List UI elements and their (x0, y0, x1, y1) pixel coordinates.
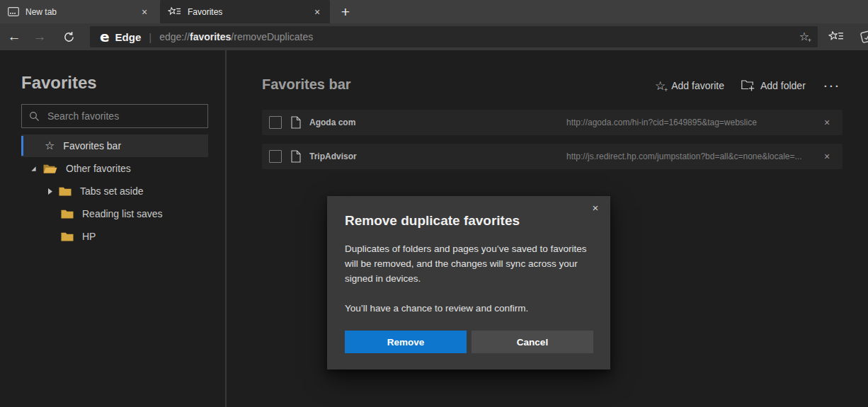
add-folder-label: Add folder (760, 80, 806, 91)
url-host: favorites (190, 31, 231, 42)
row-checkbox[interactable] (269, 116, 282, 129)
favorite-row-agoda[interactable]: Agoda com http://agoda.com/hi-in?cid=164… (262, 110, 843, 135)
new-tab-page-icon (8, 7, 19, 16)
expand-collapse-icon[interactable] (46, 188, 53, 195)
search-icon (29, 111, 40, 122)
tab-new-tab[interactable]: New tab × (0, 0, 157, 23)
sidebar-item-favorites-bar[interactable]: ☆ Favorites bar (21, 134, 208, 157)
add-favorite-button[interactable]: ☆+ Add favorite (655, 80, 724, 92)
delete-favorite-icon[interactable]: × (818, 110, 835, 135)
sidebar-item-tabs-set-aside[interactable]: Tabs set aside (21, 180, 208, 202)
sidebar-item-label: HP (82, 231, 96, 242)
forward-button[interactable]: → (29, 23, 50, 50)
dialog-title: Remove duplicate favorites (345, 213, 520, 229)
tab-favorites[interactable]: Favorites × (160, 0, 330, 23)
sidebar-item-label: Favorites bar (63, 140, 121, 151)
url-separator: | (149, 31, 152, 43)
favorites-hub-icon (168, 6, 181, 17)
row-checkbox[interactable] (269, 150, 282, 163)
add-folder-button[interactable]: Add folder (741, 79, 806, 92)
page-icon (291, 150, 301, 166)
web-notes-icon[interactable] (859, 29, 868, 47)
folder-icon (61, 210, 74, 219)
cancel-button[interactable]: Cancel (472, 331, 593, 353)
search-favorites-box[interactable] (21, 104, 208, 128)
folder-plus-icon (741, 79, 755, 92)
favorite-url: http://js.redirect.hp.com/jumpstation?bd… (566, 151, 802, 161)
dialog-confirm-text: You’ll have a chance to review and confi… (345, 301, 600, 316)
star-plus-icon: ☆+ (655, 80, 666, 92)
sidebar-item-other-favorites[interactable]: Other favorites (21, 157, 208, 180)
plus-icon: + (664, 87, 668, 93)
tab-label: New tab (25, 7, 57, 17)
delete-favorite-icon[interactable]: × (818, 144, 835, 169)
folder-icon (61, 232, 74, 241)
favorites-hub-button[interactable] (828, 30, 844, 45)
sidebar-divider (225, 50, 227, 407)
dialog-close-icon[interactable]: × (588, 200, 603, 215)
close-tab-icon[interactable]: × (310, 0, 324, 23)
favorite-name: Agoda com (309, 117, 355, 127)
plus-icon: + (808, 38, 811, 44)
favorite-name: TripAdvisor (309, 151, 357, 161)
url-text: edge://favorites/removeDuplicates (159, 31, 313, 42)
sidebar-item-label: Reading list saves (82, 208, 163, 219)
new-tab-button[interactable]: + (334, 0, 357, 23)
address-bar[interactable]: e Edge | edge://favorites/removeDuplicat… (90, 26, 818, 47)
refresh-button[interactable] (58, 23, 79, 50)
close-tab-icon[interactable]: × (137, 0, 152, 23)
expand-collapse-icon[interactable] (30, 165, 37, 172)
url-path: /removeDuplicates (231, 31, 313, 42)
star-icon: ☆ (45, 140, 55, 151)
favorites-actions: ☆+ Add favorite Add folder ··· (655, 78, 841, 93)
dialog-body-text: Duplicates of folders and pages you’ve s… (345, 241, 600, 286)
more-options-button[interactable]: ··· (824, 80, 841, 92)
folder-open-icon (43, 164, 57, 173)
url-scheme: edge:// (159, 31, 190, 42)
navigation-bar: ← → e Edge | edge://favorites/removeDupl… (0, 23, 868, 50)
favorite-row-tripadvisor[interactable]: TripAdvisor http://js.redirect.hp.com/ju… (262, 144, 843, 169)
edge-logo-icon: e (100, 30, 110, 44)
favorite-url: http://agoda.com/hi-in?cid=1649895&tag=w… (566, 117, 757, 127)
browser-window: New tab × Favorites × + ← → e Edge | edg… (0, 0, 868, 407)
back-button[interactable]: ← (4, 23, 25, 50)
add-favorite-label: Add favorite (671, 80, 724, 91)
page-title: Favorites bar (262, 76, 351, 93)
tab-strip: New tab × Favorites × + (0, 0, 868, 23)
engine-label: Edge (115, 31, 142, 43)
selection-accent (21, 136, 23, 156)
search-input[interactable] (46, 110, 207, 122)
sidebar-item-hp[interactable]: HP (21, 225, 208, 248)
remove-button[interactable]: Remove (345, 331, 467, 353)
sidebar-item-label: Other favorites (66, 163, 131, 174)
page-icon (291, 116, 301, 132)
sidebar-title: Favorites (21, 73, 97, 93)
sidebar-item-label: Tabs set aside (80, 185, 144, 197)
folder-icon (59, 187, 72, 196)
sidebar-item-reading-list-saves[interactable]: Reading list saves (21, 202, 208, 225)
remove-duplicates-dialog: × Remove duplicate favorites Duplicates … (327, 196, 610, 369)
add-favorite-star-icon[interactable]: ☆+ (799, 26, 809, 47)
tab-label: Favorites (188, 7, 222, 17)
